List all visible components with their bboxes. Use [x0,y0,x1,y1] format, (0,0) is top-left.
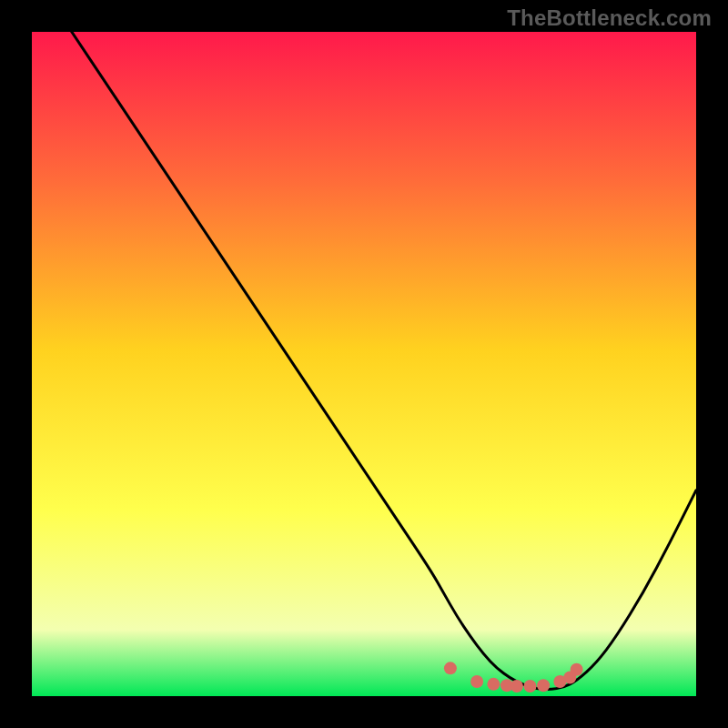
marker-dot [487,678,500,691]
marker-dot [511,680,523,693]
watermark-text: TheBottleneck.com [507,5,712,31]
bottleneck-chart [32,32,696,696]
marker-dot [524,680,537,693]
marker-dot [444,662,457,674]
marker-dot [537,679,550,692]
plot-area [32,32,696,696]
marker-dot [470,675,483,688]
gradient-background [32,32,696,696]
chart-frame: TheBottleneck.com [0,0,728,728]
marker-dot [571,663,583,676]
